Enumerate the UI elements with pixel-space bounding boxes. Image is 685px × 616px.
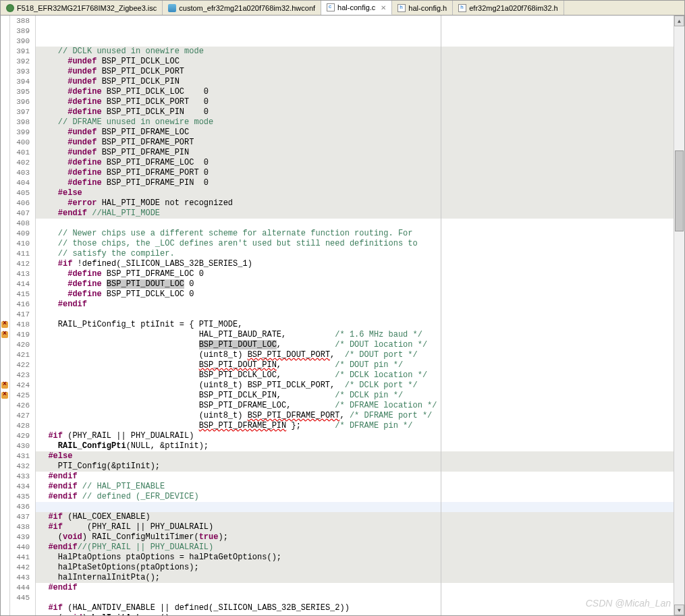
code-line[interactable]: #define BSP_PTI_DCLK_PIN 0 [36, 107, 674, 117]
marker-slot [1, 502, 9, 512]
code-line[interactable]: HAL_PTI_BAUD_RATE, /* 1.6 MHz baud */ [36, 330, 674, 340]
line-number: 404 [10, 178, 35, 188]
marker-slot [1, 128, 9, 138]
code-area[interactable]: // DCLK unused in onewire mode #undef BS… [36, 16, 674, 615]
code-editor[interactable]: 3883893903913923933943953963973983994004… [1, 16, 684, 615]
code-line[interactable]: #endif [36, 583, 674, 593]
code-line[interactable]: RAIL_PtiConfig_t ptiInit = { PTI_MODE, [36, 320, 674, 330]
line-number: 397 [10, 107, 35, 117]
code-line[interactable]: #endif//(PHY_RAIL || PHY_DUALRAIL) [36, 542, 674, 553]
marker-slot [1, 472, 9, 482]
code-line[interactable]: BSP_PTI_DFRAME_PIN }; /* DFRAME pin */ [36, 421, 674, 431]
code-line[interactable]: #undef BSP_PTI_DFRAME_PORT [36, 138, 674, 148]
line-number: 413 [10, 269, 35, 279]
code-line[interactable]: #define BSP_PTI_DOUT_LOC 0 [36, 279, 674, 289]
code-line[interactable]: #define BSP_PTI_DFRAME_LOC 0 [36, 269, 674, 279]
code-line[interactable]: halInternalInitPta(); [36, 573, 674, 583]
marker-slot [1, 401, 9, 411]
code-line[interactable]: #else [36, 188, 674, 198]
code-line[interactable]: // satisfy the compiler. [36, 249, 674, 259]
tab-4[interactable]: efr32mg21a020f768im32.h [453, 1, 564, 15]
line-number: 389 [10, 26, 35, 36]
code-line[interactable]: // DCLK unused in onewire mode [36, 47, 674, 57]
line-number: 405 [10, 188, 35, 198]
line-number: 416 [10, 300, 35, 310]
code-line[interactable]: (uint8_t) BSP_PTI_DFRAME_PORT, /* DFRAME… [36, 411, 674, 421]
code-line[interactable]: #endif [36, 300, 674, 310]
line-number: 423 [10, 370, 35, 381]
marker-slot [1, 158, 9, 168]
error-marker-icon[interactable] [1, 330, 9, 340]
code-line[interactable]: #undef BSP_PTI_DFRAME_PIN [36, 148, 674, 158]
code-line[interactable]: // DFRAME unused in onewire mode [36, 117, 674, 128]
line-number: 429 [10, 431, 35, 441]
code-line[interactable]: #define BSP_PTI_DCLK_PORT 0 [36, 97, 674, 107]
print-margin [441, 16, 441, 615]
code-line[interactable]: BSP_PTI_DOUT_PIN, /* DOUT pin */ [36, 360, 674, 370]
code-line[interactable]: #define BSP_PTI_DCLK_LOC 0 [36, 87, 674, 97]
code-line[interactable]: #undef BSP_PTI_DCLK_PORT [36, 67, 674, 77]
tab-label: F518_EFR32MG21F768IM32_Zigbee3.isc [17, 4, 157, 12]
marker-slot [1, 461, 9, 472]
code-line[interactable] [36, 502, 674, 512]
code-line[interactable]: BSP_PTI_DFRAME_LOC, /* DFRAME location *… [36, 401, 674, 411]
code-line[interactable]: #define BSP_PTI_DFRAME_PORT 0 [36, 168, 674, 178]
code-line[interactable]: BSP_PTI_DOUT_LOC, /* DOUT location */ [36, 340, 674, 350]
marker-slot [1, 421, 9, 431]
marker-slot [1, 279, 9, 289]
code-line[interactable]: #endif [36, 472, 674, 482]
code-line[interactable]: BSP_PTI_DCLK_PIN, /* DCLK pin */ [36, 391, 674, 401]
code-line[interactable]: #endif // HAL_PTI_ENABLE [36, 482, 674, 492]
code-line[interactable] [36, 593, 674, 603]
scroll-down-button[interactable]: ▼ [674, 605, 684, 615]
line-number: 437 [10, 512, 35, 522]
line-number: 444 [10, 583, 35, 593]
code-line[interactable] [36, 219, 674, 229]
code-line[interactable]: (uint8_t) BSP_PTI_DCLK_PORT, /* DCLK por… [36, 381, 674, 391]
code-line[interactable]: // Newer chips use a different scheme fo… [36, 229, 674, 239]
tab-2[interactable]: hal-config.c✕ [321, 1, 392, 15]
line-number: 430 [10, 441, 35, 451]
code-line[interactable]: // those chips, the _LOC defines aren't … [36, 239, 674, 249]
line-number: 396 [10, 97, 35, 107]
line-number: 409 [10, 229, 35, 239]
code-line[interactable]: PTI_Config(&ptiInit); [36, 461, 674, 472]
line-number: 443 [10, 573, 35, 583]
code-line[interactable]: (uint8_t) BSP_PTI_DOUT_PORT, /* DOUT por… [36, 350, 674, 360]
close-icon[interactable]: ✕ [381, 4, 386, 11]
marker-slot [1, 532, 9, 542]
code-line[interactable]: RAIL_ConfigPti(NULL, &ptiInit); [36, 441, 674, 451]
code-line[interactable]: #if (HAL_COEX_ENABLE) [36, 512, 674, 522]
code-line[interactable]: HalPtaOptions ptaOptions = halPtaGetOpti… [36, 553, 674, 563]
code-line[interactable]: #endif //HAL_PTI_MODE [36, 208, 674, 219]
code-line[interactable]: #if !defined(_SILICON_LABS_32B_SERIES_1) [36, 259, 674, 269]
code-line[interactable]: (void) halInitAntenna(); [36, 613, 674, 615]
code-line[interactable]: #error HAL_PTI_MODE not recognized [36, 198, 674, 208]
tab-1[interactable]: custom_efr32mg21a020f768im32.hwconf [163, 1, 321, 15]
tab-3[interactable]: hal-config.h [392, 1, 453, 15]
scrollbar-thumb[interactable] [675, 150, 684, 231]
code-line[interactable]: #if (PHY_RAIL || PHY_DUALRAIL) [36, 522, 674, 532]
tab-0[interactable]: F518_EFR32MG21F768IM32_Zigbee3.isc [1, 1, 163, 15]
code-line[interactable] [36, 310, 674, 320]
code-line[interactable]: #else [36, 451, 674, 461]
scroll-up-button[interactable]: ▲ [674, 16, 684, 26]
error-marker-icon[interactable] [1, 391, 9, 401]
line-number: 428 [10, 421, 35, 431]
code-line[interactable]: #define BSP_PTI_DFRAME_LOC 0 [36, 158, 674, 168]
marker-slot [1, 451, 9, 461]
code-line[interactable]: #undef BSP_PTI_DFRAME_LOC [36, 128, 674, 138]
code-line[interactable]: #if (HAL_ANTDIV_ENABLE || defined(_SILIC… [36, 603, 674, 613]
line-number: 401 [10, 148, 35, 158]
code-line[interactable]: #define BSP_PTI_DFRAME_PIN 0 [36, 178, 674, 188]
code-line[interactable]: halPtaSetOptions(ptaOptions); [36, 563, 674, 573]
vertical-scrollbar[interactable]: ▲ ▼ [674, 16, 684, 615]
code-line[interactable]: BSP_PTI_DCLK_LOC, /* DCLK location */ [36, 370, 674, 381]
code-line[interactable]: #define BSP_PTI_DCLK_LOC 0 [36, 289, 674, 300]
code-line[interactable]: #undef BSP_PTI_DCLK_PIN [36, 77, 674, 87]
code-line[interactable]: #endif // defined (_EFR_DEVICE) [36, 492, 674, 502]
code-line[interactable]: #undef BSP_PTI_DCLK_LOC [36, 57, 674, 67]
line-number: 432 [10, 461, 35, 472]
code-line[interactable]: (void) RAIL_ConfigMultiTimer(true); [36, 532, 674, 542]
code-line[interactable]: #if (PHY_RAIL || PHY_DUALRAIL) [36, 431, 674, 441]
